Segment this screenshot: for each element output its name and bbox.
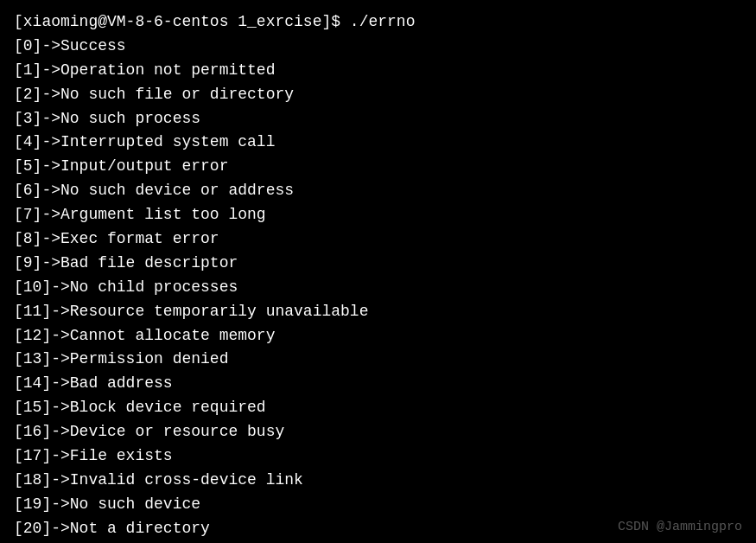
- terminal-output-line: [2]->No such file or directory: [14, 83, 742, 107]
- terminal-output-line: [9]->Bad file descriptor: [14, 252, 742, 276]
- output-lines: [0]->Success[1]->Operation not permitted…: [14, 35, 742, 541]
- terminal-output-line: [4]->Interrupted system call: [14, 131, 742, 155]
- terminal-output-line: [18]->Invalid cross-device link: [14, 469, 742, 493]
- terminal-output-line: [10]->No child processes: [14, 276, 742, 300]
- terminal-output-line: [17]->File exists: [14, 444, 742, 469]
- watermark: CSDN @Jammingpro: [618, 520, 742, 534]
- terminal-container: [xiaoming@VM-8-6-centos 1_exrcise]$ ./er…: [14, 10, 742, 541]
- terminal-output-line: [15]->Block device required: [14, 396, 742, 420]
- terminal-output-line: [14]->Bad address: [14, 372, 742, 396]
- terminal-output-line: [6]->No such device or address: [14, 179, 742, 203]
- terminal-output-line: [19]->No such device: [14, 493, 742, 517]
- terminal-output-line: [1]->Operation not permitted: [14, 59, 742, 83]
- terminal-output-line: [7]->Argument list too long: [14, 203, 742, 227]
- terminal-output-line: [16]->Device or resource busy: [14, 420, 742, 444]
- terminal-output-line: [0]->Success: [14, 35, 742, 59]
- terminal-output-line: [8]->Exec format error: [14, 227, 742, 252]
- terminal-output-line: [13]->Permission denied: [14, 348, 742, 372]
- terminal-output-line: [3]->No such process: [14, 107, 742, 131]
- terminal-output-line: [11]->Resource temporarily unavailable: [14, 300, 742, 324]
- prompt-line: [xiaoming@VM-8-6-centos 1_exrcise]$ ./er…: [14, 10, 742, 35]
- terminal-output-line: [12]->Cannot allocate memory: [14, 324, 742, 348]
- terminal-output-line: [5]->Input/output error: [14, 155, 742, 179]
